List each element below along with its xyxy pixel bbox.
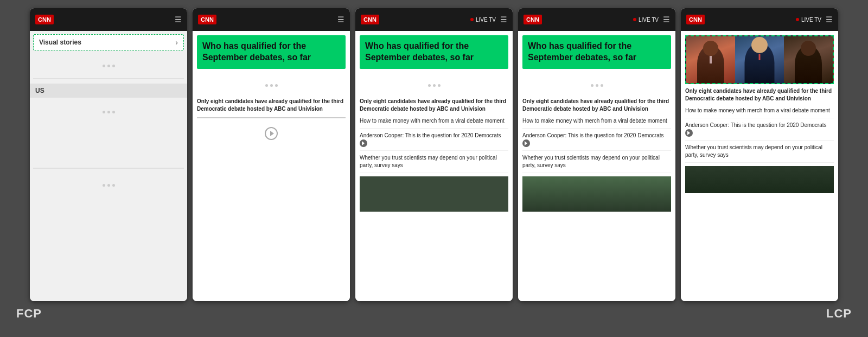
- visual-stories-label: Visual stories: [39, 39, 81, 46]
- hamburger-icon-5[interactable]: ☰: [826, 15, 833, 24]
- bottom-image-5: [685, 166, 834, 193]
- live-tv-badge-5: LIVE TV: [796, 17, 821, 23]
- dot-8: [107, 184, 110, 187]
- play-icon-inline-4: [522, 139, 530, 147]
- dot-9: [112, 184, 115, 187]
- dot-7: [103, 184, 105, 187]
- cnn-logo-5: CNN: [686, 15, 705, 24]
- person-3: [784, 36, 833, 83]
- live-tv-label-3: LIVE TV: [476, 17, 496, 23]
- phone3-body: Who has qualified for the September deba…: [355, 31, 513, 301]
- phone-2: CNN ☰ Who has qualified for the Septembe…: [193, 8, 350, 301]
- dot-3: [112, 65, 115, 67]
- headline-2: Who has qualified for the September deba…: [202, 41, 340, 63]
- phone-3: CNN LIVE TV ☰ Who has qualified for the …: [355, 8, 513, 301]
- dot-p4-1: [591, 84, 593, 87]
- person-2-head: [751, 37, 768, 53]
- play-icon-inline-3: [360, 139, 367, 147]
- phone-fcp: CNN ☰ Visual stories › US: [30, 8, 187, 301]
- people-image: [685, 35, 834, 84]
- sub-article-3-2-text: Anderson Cooper: This is the question fo…: [360, 132, 501, 138]
- navbar-5: CNN LIVE TV ☰: [681, 8, 838, 31]
- divider-2: [33, 168, 184, 169]
- headline-box-2: Who has qualified for the September deba…: [197, 35, 346, 69]
- main-container: CNN ☰ Visual stories › US: [0, 0, 868, 301]
- cnn-logo-1: CNN: [35, 15, 54, 24]
- people-image-inner: [686, 36, 833, 83]
- navbar-3: CNN LIVE TV ☰: [355, 8, 513, 31]
- live-tv-label-4: LIVE TV: [639, 17, 659, 23]
- headline-box-3: Who has qualified for the September deba…: [360, 35, 508, 69]
- navbar-2: CNN ☰: [193, 8, 350, 31]
- sub-article-4-3: Whether you trust scientists may depend …: [522, 154, 671, 173]
- navbar-1: CNN ☰: [30, 8, 187, 31]
- bottom-image-4: [522, 176, 671, 212]
- visual-stories-bar[interactable]: Visual stories ›: [33, 34, 184, 50]
- main-article-3: Only eight candidates have already quali…: [360, 98, 508, 113]
- person-2-tie: [759, 54, 761, 60]
- person-1-necklace: [710, 56, 712, 63]
- live-tv-badge-4: LIVE TV: [633, 17, 659, 23]
- sub-article-3-3: Whether you trust scientists may depend …: [360, 154, 508, 173]
- main-article-5: Only eight candidates have already quali…: [685, 87, 834, 103]
- hamburger-icon-3[interactable]: ☰: [500, 15, 507, 24]
- loading-dots-1: [30, 54, 187, 78]
- hamburger-icon-2[interactable]: ☰: [337, 15, 344, 24]
- phone-lcp: CNN LIVE TV ☰: [681, 8, 838, 301]
- live-tv-label-5: LIVE TV: [801, 17, 821, 23]
- phone-4: CNN LIVE TV ☰ Who has qualified for the …: [518, 8, 675, 301]
- person-3-head: [801, 41, 816, 56]
- play-icon-inline-5: [685, 129, 693, 137]
- navbar-right-4: LIVE TV ☰: [633, 15, 670, 24]
- person-2: [735, 36, 784, 83]
- section-label-us: US: [30, 84, 187, 98]
- dot-p4-2: [596, 84, 598, 87]
- dot-p2-2: [270, 84, 273, 87]
- dot-p2-1: [265, 84, 268, 87]
- cnn-logo-3: CNN: [361, 15, 379, 24]
- headline-box-4: Who has qualified for the September deba…: [522, 35, 671, 69]
- dot-6: [112, 111, 115, 113]
- headline-4: Who has qualified for the September deba…: [528, 41, 666, 63]
- dot-p3-2: [433, 84, 436, 87]
- headline-3: Who has qualified for the September deba…: [365, 41, 503, 63]
- sub-article-4-2: Anderson Cooper: This is the question fo…: [522, 132, 671, 151]
- dot-5: [107, 111, 110, 113]
- navbar-right-5: LIVE TV ☰: [796, 15, 833, 24]
- loading-dots-p2: [197, 73, 346, 98]
- loading-dots-p3: [360, 73, 508, 98]
- live-dot-5: [796, 18, 799, 21]
- sub-article-3-1: How to make money with merch from a vira…: [360, 117, 508, 129]
- cnn-logo-4: CNN: [524, 15, 542, 24]
- sub-article-5-2-text: Anderson Cooper: This is the question fo…: [685, 122, 827, 128]
- dot-2: [107, 65, 110, 67]
- play-triangle-icon-2: [270, 131, 274, 136]
- dot-p2-3: [275, 84, 278, 87]
- main-article-2: Only eight candidates have already quali…: [197, 98, 346, 113]
- fcp-label: FCP: [16, 307, 42, 321]
- dot-1: [103, 65, 105, 67]
- dot-p4-3: [601, 84, 603, 87]
- sub-article-3-2: Anderson Cooper: This is the question fo…: [360, 132, 508, 151]
- person-1-head: [703, 41, 718, 56]
- hamburger-icon-4[interactable]: ☰: [663, 15, 670, 24]
- cnn-logo-2: CNN: [198, 15, 216, 24]
- loading-dots-3: [30, 173, 187, 198]
- gray-bar-2: [197, 117, 346, 118]
- sub-article-5-3: Whether you trust scientists may depend …: [685, 144, 834, 163]
- sub-article-4-2-text: Anderson Cooper: This is the question fo…: [522, 132, 664, 138]
- person-1: [686, 36, 735, 83]
- play-button-2[interactable]: [265, 127, 278, 140]
- divider-1: [33, 78, 184, 79]
- phone4-body: Who has qualified for the September deba…: [518, 31, 675, 301]
- performance-labels: FCP LCP: [0, 301, 868, 323]
- hamburger-icon-1[interactable]: ☰: [175, 15, 182, 24]
- phone2-body: Who has qualified for the September deba…: [193, 31, 350, 301]
- phone5-body: Only eight candidates have already quali…: [681, 31, 838, 301]
- live-dot-4: [633, 18, 636, 21]
- live-dot-3: [470, 18, 474, 21]
- phone1-body: Visual stories › US: [30, 31, 187, 301]
- dot-p3-3: [438, 84, 441, 87]
- navbar-right-3: LIVE TV ☰: [470, 15, 507, 24]
- main-article-4: Only eight candidates have already quali…: [522, 98, 671, 113]
